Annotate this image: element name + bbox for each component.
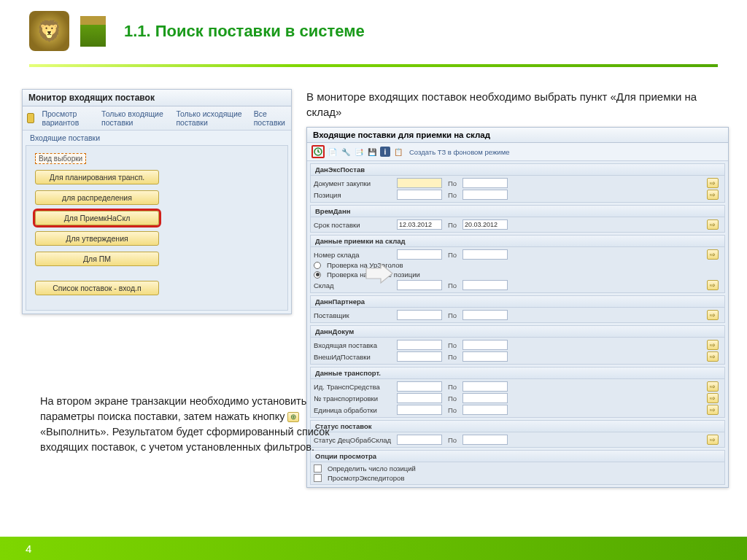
info-icon[interactable]: i: [380, 147, 390, 157]
toolbar-only-incoming[interactable]: Только входящие поставки: [101, 109, 169, 127]
toolbar-icon-2[interactable]: 🔧: [341, 147, 351, 157]
group-partner-header: ДаннПартнера: [311, 296, 724, 308]
radio-header-level[interactable]: [314, 262, 321, 269]
lbl-delivery-date: Срок поставки: [314, 221, 394, 229]
in-trans-id-from[interactable]: [397, 381, 442, 392]
multi-select-icon[interactable]: ⇨: [707, 405, 719, 415]
group-time-header: ВремДанн: [311, 206, 724, 217]
in-delivery-to[interactable]: [462, 219, 508, 230]
in-doc-purchase-to[interactable]: [462, 178, 508, 188]
multi-select-icon[interactable]: ⇨: [707, 178, 719, 188]
lbl-doc-purchase: Документ закупки: [314, 179, 394, 187]
selection-window-title: Входящие поставки для приемки на склад: [307, 128, 728, 143]
in-warehouse-from[interactable]: [397, 280, 442, 290]
multi-select-icon[interactable]: ⇨: [707, 351, 719, 362]
in-external-to[interactable]: [462, 351, 508, 362]
in-status-from[interactable]: [397, 435, 442, 445]
sep: По: [445, 179, 460, 187]
multi-select-icon[interactable]: ⇨: [707, 435, 719, 445]
monitor-toolbar: Просмотр вариантов Только входящие поста…: [23, 106, 291, 131]
in-trans-no-from[interactable]: [397, 393, 442, 403]
lbl-incoming: Входящая поставка: [314, 341, 394, 349]
lbl-supplier: Поставщик: [314, 311, 394, 319]
in-trans-no-to[interactable]: [462, 393, 508, 403]
multi-select-icon[interactable]: ⇨: [707, 249, 719, 260]
chk-count-positions[interactable]: [314, 464, 322, 472]
group-transport-header: Данные транспорт.: [311, 368, 724, 379]
group-wh-header: Данные приемки на склад: [311, 236, 724, 247]
group-doc-header: ДанЭксПостав: [311, 164, 724, 176]
radio-position-level[interactable]: [314, 271, 321, 279]
slide-footer: 4: [0, 537, 747, 560]
frame-label: Входящие поставки: [23, 131, 291, 142]
toolbar-only-outgoing[interactable]: Только исходящие поставки: [176, 109, 246, 127]
in-trans-id-to[interactable]: [462, 381, 508, 392]
in-warehouse-to[interactable]: [462, 280, 508, 290]
group-status-header: Статус поставок: [311, 421, 724, 432]
in-unit-to[interactable]: [462, 405, 508, 415]
in-status-to[interactable]: [462, 435, 508, 445]
in-position-to[interactable]: [462, 190, 508, 200]
brand-square: [80, 16, 106, 47]
selection-type-label: Вид выборки: [35, 153, 86, 164]
selection-window: Входящие поставки для приемки на склад 📄…: [306, 127, 729, 488]
monitor-window: Монитор входящих поставок Просмотр вариа…: [22, 89, 292, 314]
in-supplier-from[interactable]: [397, 310, 442, 320]
group-view-header: Опции просмотра: [311, 451, 724, 462]
in-wh-number-from[interactable]: [397, 249, 442, 260]
toolbar-icon[interactable]: [27, 113, 34, 123]
in-incoming-from[interactable]: [397, 340, 442, 350]
instruction-note: На втором экране транзакции необходимо у…: [40, 394, 347, 455]
page-title: 1.1. Поиск поставки в системе: [124, 22, 365, 41]
in-unit-from[interactable]: [397, 405, 442, 415]
monitor-window-title: Монитор входящих поставок: [23, 90, 291, 106]
flow-arrow-icon: [365, 262, 394, 284]
multi-select-icon[interactable]: ⇨: [707, 340, 719, 350]
execute-inline-icon: ⊕: [287, 412, 299, 422]
in-delivery-from[interactable]: [397, 219, 442, 230]
in-wh-number-to[interactable]: [462, 249, 508, 260]
in-supplier-to[interactable]: [462, 310, 508, 320]
in-external-from[interactable]: [397, 351, 442, 362]
crest-logo: [29, 11, 69, 51]
btn-planning[interactable]: Для планирования трансп.: [35, 170, 159, 184]
lbl-wh-number: Номер склада: [314, 251, 394, 259]
lbl-view-expeditors: ПросмотрЭкспедиторов: [328, 474, 404, 482]
chk-view-expeditors[interactable]: [314, 474, 322, 482]
toolbar-icon-5[interactable]: 📋: [393, 147, 403, 157]
multi-select-icon[interactable]: ⇨: [707, 280, 719, 290]
page-number: 4: [26, 542, 31, 555]
btn-pm[interactable]: Для ПМ: [35, 252, 159, 266]
toolbar-icon-4[interactable]: 💾: [367, 147, 377, 157]
in-doc-purchase-from[interactable]: [397, 178, 442, 188]
multi-select-icon[interactable]: ⇨: [707, 393, 719, 403]
lbl-position: Позиция: [314, 191, 394, 199]
group-docdata-header: ДаннДокум: [311, 326, 724, 338]
btn-receiving[interactable]: Для ПриемкНаСкл: [35, 211, 159, 225]
multi-select-icon[interactable]: ⇨: [707, 310, 719, 320]
multi-select-icon[interactable]: ⇨: [707, 219, 719, 230]
toolbar-create-bg[interactable]: Создать ТЗ в фоновом режиме: [409, 148, 509, 156]
toolbar-icon-1[interactable]: 📄: [328, 147, 338, 157]
lbl-external: ВнешИдПоставки: [314, 353, 394, 361]
multi-select-icon[interactable]: ⇨: [707, 381, 719, 392]
btn-distribution[interactable]: для распределения: [35, 190, 159, 205]
toolbar-all[interactable]: Все поставки: [254, 109, 287, 127]
in-incoming-to[interactable]: [462, 340, 508, 350]
toolbar-view-variants[interactable]: Просмотр вариантов: [42, 109, 94, 127]
execute-icon[interactable]: [311, 145, 325, 158]
in-position-from[interactable]: [397, 190, 442, 200]
toolbar-icon-3[interactable]: 📑: [354, 147, 364, 157]
lbl-trans-id: Ид. ТранспСредства: [314, 383, 394, 391]
btn-list[interactable]: Список поставок - вход.п: [35, 281, 159, 295]
btn-approval[interactable]: Для утверждения: [35, 231, 159, 246]
lbl-count-positions: Определить число позиций: [328, 464, 416, 472]
multi-select-icon[interactable]: ⇨: [707, 190, 719, 200]
intro-text: В мониторе входящих поставок необходимо …: [306, 89, 729, 120]
